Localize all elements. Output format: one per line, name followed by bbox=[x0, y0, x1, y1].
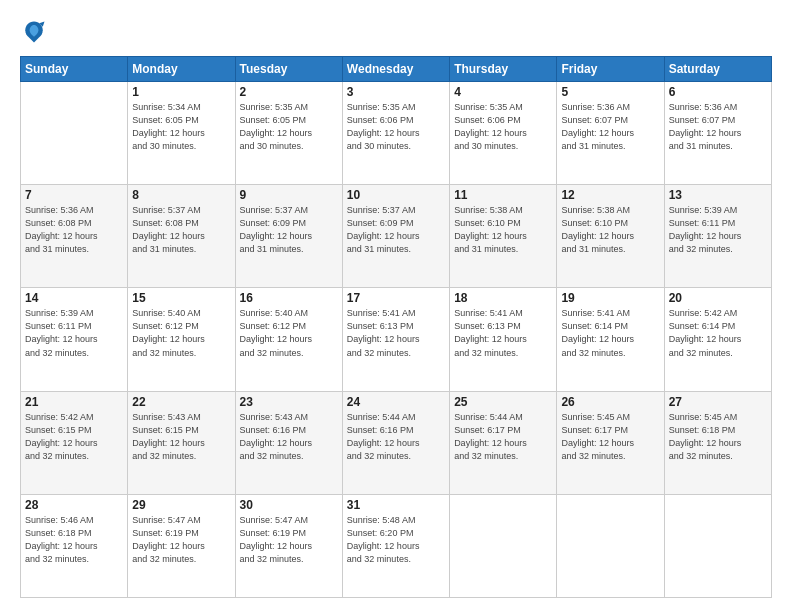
day-info: Sunrise: 5:36 AM Sunset: 6:07 PM Dayligh… bbox=[669, 101, 767, 153]
calendar-cell bbox=[21, 82, 128, 185]
calendar-cell: 18Sunrise: 5:41 AM Sunset: 6:13 PM Dayli… bbox=[450, 288, 557, 391]
day-number: 31 bbox=[347, 498, 445, 512]
day-number: 3 bbox=[347, 85, 445, 99]
day-info: Sunrise: 5:37 AM Sunset: 6:09 PM Dayligh… bbox=[240, 204, 338, 256]
day-info: Sunrise: 5:44 AM Sunset: 6:16 PM Dayligh… bbox=[347, 411, 445, 463]
calendar-cell: 29Sunrise: 5:47 AM Sunset: 6:19 PM Dayli… bbox=[128, 494, 235, 597]
calendar-cell: 2Sunrise: 5:35 AM Sunset: 6:05 PM Daylig… bbox=[235, 82, 342, 185]
weekday-header-wednesday: Wednesday bbox=[342, 57, 449, 82]
weekday-header-row: SundayMondayTuesdayWednesdayThursdayFrid… bbox=[21, 57, 772, 82]
day-number: 7 bbox=[25, 188, 123, 202]
day-number: 17 bbox=[347, 291, 445, 305]
day-number: 24 bbox=[347, 395, 445, 409]
calendar-cell: 16Sunrise: 5:40 AM Sunset: 6:12 PM Dayli… bbox=[235, 288, 342, 391]
day-number: 22 bbox=[132, 395, 230, 409]
day-info: Sunrise: 5:42 AM Sunset: 6:14 PM Dayligh… bbox=[669, 307, 767, 359]
calendar-cell: 22Sunrise: 5:43 AM Sunset: 6:15 PM Dayli… bbox=[128, 391, 235, 494]
calendar-week-2: 7Sunrise: 5:36 AM Sunset: 6:08 PM Daylig… bbox=[21, 185, 772, 288]
day-info: Sunrise: 5:44 AM Sunset: 6:17 PM Dayligh… bbox=[454, 411, 552, 463]
day-number: 8 bbox=[132, 188, 230, 202]
calendar-cell: 24Sunrise: 5:44 AM Sunset: 6:16 PM Dayli… bbox=[342, 391, 449, 494]
calendar-cell: 11Sunrise: 5:38 AM Sunset: 6:10 PM Dayli… bbox=[450, 185, 557, 288]
logo-icon bbox=[20, 18, 48, 46]
day-number: 2 bbox=[240, 85, 338, 99]
day-info: Sunrise: 5:40 AM Sunset: 6:12 PM Dayligh… bbox=[132, 307, 230, 359]
day-number: 18 bbox=[454, 291, 552, 305]
day-number: 21 bbox=[25, 395, 123, 409]
day-number: 28 bbox=[25, 498, 123, 512]
day-number: 4 bbox=[454, 85, 552, 99]
day-number: 9 bbox=[240, 188, 338, 202]
calendar-cell: 25Sunrise: 5:44 AM Sunset: 6:17 PM Dayli… bbox=[450, 391, 557, 494]
day-number: 11 bbox=[454, 188, 552, 202]
day-number: 26 bbox=[561, 395, 659, 409]
day-number: 1 bbox=[132, 85, 230, 99]
calendar-cell: 1Sunrise: 5:34 AM Sunset: 6:05 PM Daylig… bbox=[128, 82, 235, 185]
weekday-header-thursday: Thursday bbox=[450, 57, 557, 82]
day-info: Sunrise: 5:46 AM Sunset: 6:18 PM Dayligh… bbox=[25, 514, 123, 566]
calendar-cell: 7Sunrise: 5:36 AM Sunset: 6:08 PM Daylig… bbox=[21, 185, 128, 288]
weekday-header-sunday: Sunday bbox=[21, 57, 128, 82]
calendar-cell: 4Sunrise: 5:35 AM Sunset: 6:06 PM Daylig… bbox=[450, 82, 557, 185]
calendar-table: SundayMondayTuesdayWednesdayThursdayFrid… bbox=[20, 56, 772, 598]
day-info: Sunrise: 5:41 AM Sunset: 6:14 PM Dayligh… bbox=[561, 307, 659, 359]
day-info: Sunrise: 5:36 AM Sunset: 6:07 PM Dayligh… bbox=[561, 101, 659, 153]
day-info: Sunrise: 5:36 AM Sunset: 6:08 PM Dayligh… bbox=[25, 204, 123, 256]
day-number: 30 bbox=[240, 498, 338, 512]
header bbox=[20, 18, 772, 46]
day-number: 19 bbox=[561, 291, 659, 305]
calendar-week-4: 21Sunrise: 5:42 AM Sunset: 6:15 PM Dayli… bbox=[21, 391, 772, 494]
calendar-cell: 6Sunrise: 5:36 AM Sunset: 6:07 PM Daylig… bbox=[664, 82, 771, 185]
calendar-week-3: 14Sunrise: 5:39 AM Sunset: 6:11 PM Dayli… bbox=[21, 288, 772, 391]
day-info: Sunrise: 5:35 AM Sunset: 6:06 PM Dayligh… bbox=[454, 101, 552, 153]
day-number: 6 bbox=[669, 85, 767, 99]
calendar-cell: 28Sunrise: 5:46 AM Sunset: 6:18 PM Dayli… bbox=[21, 494, 128, 597]
day-info: Sunrise: 5:37 AM Sunset: 6:09 PM Dayligh… bbox=[347, 204, 445, 256]
calendar-cell: 14Sunrise: 5:39 AM Sunset: 6:11 PM Dayli… bbox=[21, 288, 128, 391]
logo bbox=[20, 18, 52, 46]
day-info: Sunrise: 5:37 AM Sunset: 6:08 PM Dayligh… bbox=[132, 204, 230, 256]
day-info: Sunrise: 5:42 AM Sunset: 6:15 PM Dayligh… bbox=[25, 411, 123, 463]
day-info: Sunrise: 5:40 AM Sunset: 6:12 PM Dayligh… bbox=[240, 307, 338, 359]
day-info: Sunrise: 5:39 AM Sunset: 6:11 PM Dayligh… bbox=[669, 204, 767, 256]
calendar-week-1: 1Sunrise: 5:34 AM Sunset: 6:05 PM Daylig… bbox=[21, 82, 772, 185]
day-info: Sunrise: 5:39 AM Sunset: 6:11 PM Dayligh… bbox=[25, 307, 123, 359]
calendar-cell: 17Sunrise: 5:41 AM Sunset: 6:13 PM Dayli… bbox=[342, 288, 449, 391]
calendar-cell bbox=[557, 494, 664, 597]
weekday-header-saturday: Saturday bbox=[664, 57, 771, 82]
day-number: 5 bbox=[561, 85, 659, 99]
day-info: Sunrise: 5:47 AM Sunset: 6:19 PM Dayligh… bbox=[240, 514, 338, 566]
day-info: Sunrise: 5:48 AM Sunset: 6:20 PM Dayligh… bbox=[347, 514, 445, 566]
day-info: Sunrise: 5:43 AM Sunset: 6:16 PM Dayligh… bbox=[240, 411, 338, 463]
day-info: Sunrise: 5:45 AM Sunset: 6:17 PM Dayligh… bbox=[561, 411, 659, 463]
day-info: Sunrise: 5:38 AM Sunset: 6:10 PM Dayligh… bbox=[561, 204, 659, 256]
calendar-cell: 30Sunrise: 5:47 AM Sunset: 6:19 PM Dayli… bbox=[235, 494, 342, 597]
calendar-cell: 9Sunrise: 5:37 AM Sunset: 6:09 PM Daylig… bbox=[235, 185, 342, 288]
weekday-header-friday: Friday bbox=[557, 57, 664, 82]
day-info: Sunrise: 5:43 AM Sunset: 6:15 PM Dayligh… bbox=[132, 411, 230, 463]
day-number: 20 bbox=[669, 291, 767, 305]
calendar-cell: 5Sunrise: 5:36 AM Sunset: 6:07 PM Daylig… bbox=[557, 82, 664, 185]
calendar-cell: 8Sunrise: 5:37 AM Sunset: 6:08 PM Daylig… bbox=[128, 185, 235, 288]
calendar-cell: 12Sunrise: 5:38 AM Sunset: 6:10 PM Dayli… bbox=[557, 185, 664, 288]
calendar-cell: 21Sunrise: 5:42 AM Sunset: 6:15 PM Dayli… bbox=[21, 391, 128, 494]
day-number: 27 bbox=[669, 395, 767, 409]
day-number: 14 bbox=[25, 291, 123, 305]
day-info: Sunrise: 5:34 AM Sunset: 6:05 PM Dayligh… bbox=[132, 101, 230, 153]
day-number: 12 bbox=[561, 188, 659, 202]
day-info: Sunrise: 5:47 AM Sunset: 6:19 PM Dayligh… bbox=[132, 514, 230, 566]
weekday-header-tuesday: Tuesday bbox=[235, 57, 342, 82]
calendar-cell: 31Sunrise: 5:48 AM Sunset: 6:20 PM Dayli… bbox=[342, 494, 449, 597]
day-number: 29 bbox=[132, 498, 230, 512]
calendar-cell bbox=[450, 494, 557, 597]
calendar-cell: 19Sunrise: 5:41 AM Sunset: 6:14 PM Dayli… bbox=[557, 288, 664, 391]
day-number: 13 bbox=[669, 188, 767, 202]
day-info: Sunrise: 5:41 AM Sunset: 6:13 PM Dayligh… bbox=[454, 307, 552, 359]
calendar-week-5: 28Sunrise: 5:46 AM Sunset: 6:18 PM Dayli… bbox=[21, 494, 772, 597]
calendar-cell: 27Sunrise: 5:45 AM Sunset: 6:18 PM Dayli… bbox=[664, 391, 771, 494]
calendar-cell: 23Sunrise: 5:43 AM Sunset: 6:16 PM Dayli… bbox=[235, 391, 342, 494]
calendar-cell: 15Sunrise: 5:40 AM Sunset: 6:12 PM Dayli… bbox=[128, 288, 235, 391]
calendar-cell bbox=[664, 494, 771, 597]
calendar-cell: 26Sunrise: 5:45 AM Sunset: 6:17 PM Dayli… bbox=[557, 391, 664, 494]
day-info: Sunrise: 5:35 AM Sunset: 6:06 PM Dayligh… bbox=[347, 101, 445, 153]
